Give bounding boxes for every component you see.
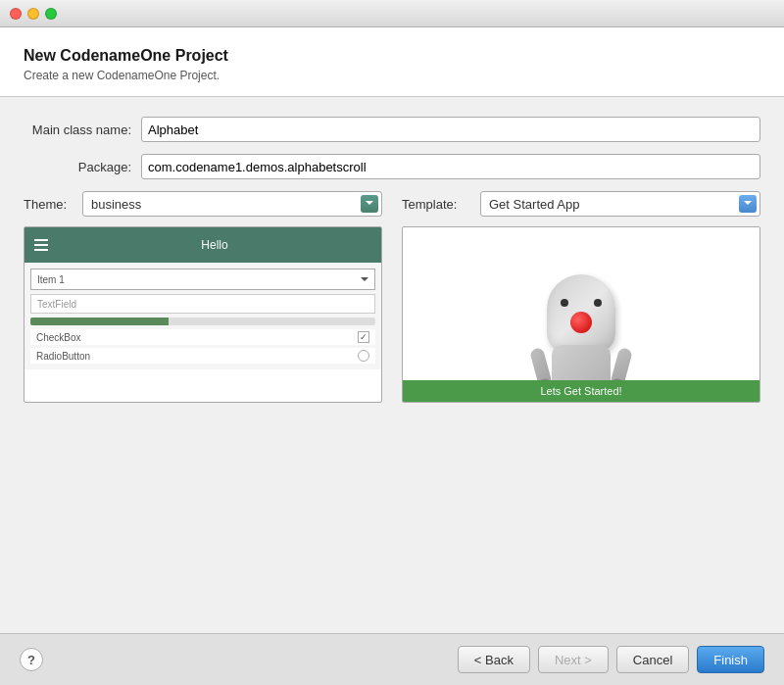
theme-preview: Hello Item 1 TextField CheckBo (24, 226, 382, 403)
mascot-eye-left (561, 299, 568, 307)
close-button[interactable] (10, 8, 22, 20)
preview-body: Item 1 TextField CheckBox ✓ (24, 263, 381, 369)
theme-select-wrapper: business flat native (82, 191, 382, 217)
back-button[interactable]: < Back (458, 646, 530, 673)
preview-radio-row: RadioButton (30, 348, 375, 364)
finish-button[interactable]: Finish (697, 646, 764, 673)
main-class-label: Main class name: (24, 122, 141, 137)
footer-left: ? (20, 648, 43, 671)
theme-select[interactable]: business flat native (82, 191, 382, 217)
footer-right: < Back Next > Cancel Finish (458, 646, 764, 673)
preview-header-title: Hello (58, 238, 371, 252)
preview-radio-label: RadioButton (36, 351, 352, 362)
template-label: Template: (402, 197, 480, 212)
maximize-button[interactable] (45, 8, 57, 20)
preview-progress (30, 318, 375, 325)
preview-item1: Item 1 (30, 269, 375, 290)
two-column-section: Theme: business flat native (24, 191, 760, 403)
preview-checkbox-label: CheckBox (36, 332, 352, 343)
mascot-nose (570, 312, 592, 333)
dialog-header: New CodenameOne Project Create a new Cod… (0, 27, 784, 97)
mascot-head (547, 274, 615, 353)
dialog-subtitle: Create a new CodenameOne Project. (24, 69, 760, 82)
template-cta-button: Lets Get Started! (403, 380, 760, 402)
dialog-title: New CodenameOne Project (24, 47, 760, 65)
theme-row: Theme: business flat native (24, 191, 382, 217)
mascot-eye-right (594, 299, 602, 307)
package-row: Package: (24, 154, 760, 179)
template-section: Template: Get Started App Hello World Bl… (402, 191, 760, 403)
hamburger-icon (34, 239, 48, 251)
theme-label: Theme: (24, 197, 82, 212)
cancel-button[interactable]: Cancel (616, 646, 689, 673)
traffic-lights (10, 8, 57, 20)
preview-textfield: TextField (30, 294, 375, 314)
next-button[interactable]: Next > (538, 646, 609, 673)
theme-section: Theme: business flat native (24, 191, 382, 403)
template-preview: Lets Get Started! (402, 226, 760, 403)
preview-checkbox: ✓ (358, 331, 369, 343)
template-select-wrapper: Get Started App Hello World Blank (480, 191, 760, 217)
dialog-container: New CodenameOne Project Create a new Cod… (0, 27, 784, 685)
preview-header: Hello (24, 227, 381, 263)
dialog-footer: ? < Back Next > Cancel Finish (0, 633, 784, 685)
title-bar (0, 0, 784, 27)
help-button[interactable]: ? (20, 648, 43, 671)
template-row: Template: Get Started App Hello World Bl… (402, 191, 760, 217)
main-class-row: Main class name: (24, 117, 760, 142)
preview-progress-fill (30, 318, 169, 325)
package-label: Package: (24, 160, 141, 174)
template-select[interactable]: Get Started App Hello World Blank (480, 191, 760, 217)
preview-checkbox-row: CheckBox ✓ (30, 329, 375, 345)
package-input[interactable] (141, 154, 760, 179)
main-class-input[interactable] (141, 117, 760, 142)
dialog-body: Main class name: Package: Theme: busines… (0, 97, 784, 633)
minimize-button[interactable] (27, 8, 39, 20)
preview-radio (358, 350, 369, 362)
